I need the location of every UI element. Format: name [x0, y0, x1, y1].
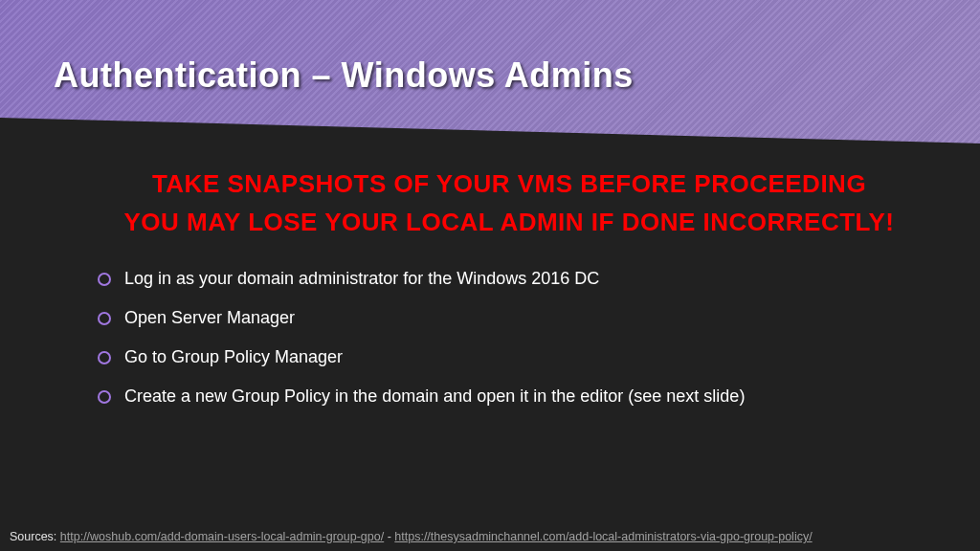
source-link-1[interactable]: http://woshub.com/add-domain-users-local… — [60, 530, 384, 543]
warning-line-1: TAKE SNAPSHOTS OF YOUR VMS BEFORE PROCEE… — [57, 165, 961, 203]
sources-label: Sources: — [10, 530, 56, 543]
slide-title: Authentication – Windows Admins — [54, 55, 926, 96]
list-item: Log in as your domain administrator for … — [124, 267, 923, 291]
step-list: Log in as your domain administrator for … — [96, 267, 923, 409]
sources-footer: Sources: http://woshub.com/add-domain-us… — [10, 530, 970, 543]
slide-content: TAKE SNAPSHOTS OF YOUR VMS BEFORE PROCEE… — [0, 143, 980, 408]
list-item: Open Server Manager — [124, 306, 923, 330]
source-link-2[interactable]: https://thesysadminchannel.com/add-local… — [394, 530, 812, 543]
list-item: Create a new Group Policy in the domain … — [124, 385, 923, 408]
slide-header: Authentication – Windows Admins — [0, 0, 980, 143]
warning-text: TAKE SNAPSHOTS OF YOUR VMS BEFORE PROCEE… — [57, 165, 961, 242]
warning-line-2: YOU MAY LOSE YOUR LOCAL ADMIN IF DONE IN… — [57, 203, 961, 241]
list-item: Go to Group Policy Manager — [124, 345, 923, 369]
